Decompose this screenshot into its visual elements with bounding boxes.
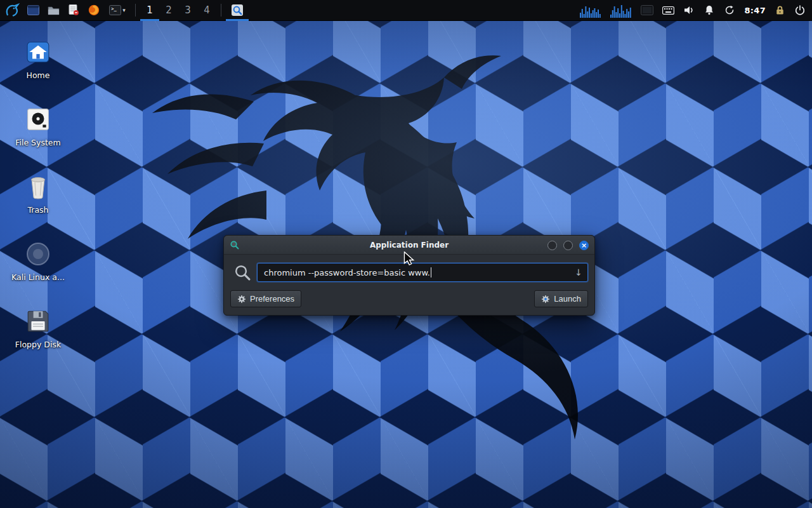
mounted-volume-icon [25, 241, 51, 267]
window-title: Application Finder [224, 241, 594, 250]
workspace-3-button[interactable]: 3 [178, 0, 197, 21]
desktop-icon-label: Floppy Disk [10, 340, 66, 349]
volume-icon[interactable] [683, 4, 695, 16]
desktop-icon-kali-volume[interactable]: Kali Linux a... [10, 240, 66, 282]
taskbar-application-finder[interactable] [226, 0, 249, 21]
kali-menu-button[interactable] [0, 0, 23, 21]
close-icon: × [581, 242, 587, 249]
floppy-icon [26, 309, 50, 333]
monitor-icon[interactable] [641, 5, 653, 15]
notifications-bell-icon[interactable] [704, 4, 715, 16]
command-input[interactable]: chromium --password-store=basic www. ↓ [257, 263, 588, 282]
panel-separator [135, 4, 136, 17]
desktop-icon-label: Trash [10, 205, 66, 215]
close-button[interactable]: × [579, 241, 589, 250]
keyboard-icon[interactable] [662, 6, 674, 15]
file-manager-icon [48, 6, 60, 15]
search-icon [234, 264, 251, 281]
chevron-down-icon: ▾ [122, 7, 126, 13]
firefox-icon [88, 4, 100, 16]
desktop-icon-label: File System [10, 138, 66, 147]
minimize-button[interactable] [547, 241, 557, 250]
drive-icon [26, 107, 50, 131]
command-input-text: chromium --password-store=basic www. [264, 268, 430, 277]
firefox-launcher-button[interactable] [84, 0, 104, 21]
workspace-4-button[interactable]: 4 [197, 0, 216, 21]
text-caret [431, 267, 431, 277]
home-folder-icon [26, 40, 50, 64]
window-launcher-button[interactable] [23, 0, 43, 21]
kali-menu-icon [4, 3, 20, 18]
desktop-icon-label: Home [10, 70, 66, 80]
application-finder-icon [231, 4, 244, 17]
cpu-graph-icon[interactable] [580, 3, 601, 18]
desktop-icon-home[interactable]: Home [10, 38, 66, 80]
preferences-button-label: Preferences [250, 294, 294, 304]
launch-button[interactable]: Launch [534, 290, 588, 307]
terminal-dropdown-button[interactable]: >_ ▾ [104, 0, 131, 21]
gear-icon [237, 295, 246, 304]
application-finder-window: Application Finder × chromium --password… [223, 235, 595, 316]
workspace-1-button[interactable]: 1 [140, 0, 159, 21]
system-tray: 8:47 [580, 3, 806, 18]
update-icon[interactable] [724, 4, 735, 16]
text-editor-icon [69, 4, 79, 16]
window-controls: × [547, 241, 589, 250]
clock[interactable]: 8:47 [744, 6, 766, 15]
network-graph-icon[interactable] [610, 3, 632, 18]
text-editor-launcher-button[interactable] [63, 0, 84, 21]
window-titlebar[interactable]: Application Finder × [224, 236, 594, 255]
maximize-button[interactable] [563, 241, 573, 250]
trash-icon [25, 173, 51, 200]
panel-separator [221, 4, 221, 17]
desktop-icon-label: Kali Linux a... [10, 272, 66, 282]
finder-body: chromium --password-store=basic www. ↓ [224, 255, 594, 315]
run-icon [541, 295, 550, 304]
desktop-icon-floppy[interactable]: Floppy Disk [10, 307, 66, 349]
terminal-prompt-glyph: >_ [111, 6, 116, 11]
preferences-button[interactable]: Preferences [230, 290, 301, 307]
top-panel: >_ ▾ 1 2 3 4 [0, 0, 812, 21]
power-icon[interactable] [794, 4, 806, 16]
file-manager-launcher-button[interactable] [43, 0, 63, 21]
history-dropdown-arrow-icon[interactable]: ↓ [575, 268, 582, 277]
desktop-icon-trash[interactable]: Trash [10, 173, 66, 215]
desktop-icon-file-system[interactable]: File System [10, 105, 66, 147]
launch-button-label: Launch [554, 294, 581, 304]
window-icon [27, 5, 39, 15]
workspace-2-button[interactable]: 2 [159, 0, 178, 21]
lock-icon[interactable] [775, 4, 785, 16]
